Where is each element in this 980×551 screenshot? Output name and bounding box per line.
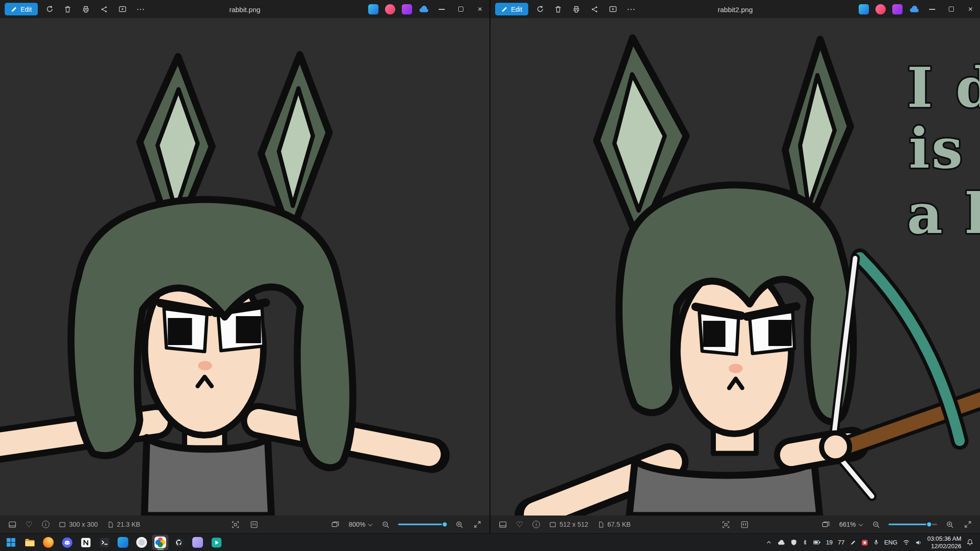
tray-onedrive-button[interactable] bbox=[777, 540, 785, 545]
file-explorer-button[interactable] bbox=[21, 535, 38, 550]
close-button[interactable]: × bbox=[961, 0, 980, 18]
slideshow-button[interactable] bbox=[604, 2, 621, 16]
dimensions-icon bbox=[59, 521, 66, 528]
gallery-toggle-button[interactable] bbox=[817, 517, 834, 531]
maximize-button[interactable] bbox=[451, 0, 470, 18]
zoom-in-button[interactable] bbox=[941, 517, 958, 531]
titlebar-2[interactable]: Edit ⋯ rab bbox=[490, 0, 980, 18]
tray-battery-button[interactable] bbox=[813, 539, 821, 545]
share-button[interactable] bbox=[586, 2, 603, 16]
rotate-button[interactable] bbox=[532, 2, 548, 16]
tray-pen-button[interactable] bbox=[850, 539, 856, 546]
close-button[interactable]: × bbox=[470, 0, 490, 18]
tray-bluetooth-button[interactable] bbox=[802, 539, 808, 546]
terminal-button[interactable] bbox=[96, 535, 112, 550]
filmstrip-toggle-button[interactable] bbox=[4, 517, 21, 531]
favorite-button[interactable]: ♡ bbox=[511, 517, 528, 531]
rotate-button[interactable] bbox=[41, 2, 58, 16]
slideshow-icon bbox=[609, 5, 617, 13]
gallery-toggle-button[interactable] bbox=[327, 517, 343, 531]
tray-network-button[interactable] bbox=[903, 539, 910, 545]
info-button[interactable]: i bbox=[528, 517, 545, 531]
info-button[interactable]: i bbox=[37, 517, 54, 531]
share-icon bbox=[100, 6, 108, 13]
tray-chevron-button[interactable] bbox=[765, 539, 772, 546]
zoom-level-select[interactable]: 800% bbox=[345, 517, 376, 531]
zoom-fit-button[interactable] bbox=[718, 517, 735, 531]
filmstrip-toggle-button[interactable] bbox=[494, 517, 511, 531]
notion-button[interactable] bbox=[77, 535, 94, 550]
actual-size-button[interactable] bbox=[736, 517, 753, 531]
artwork-text-line-1: I d bbox=[907, 55, 980, 120]
tray-counter-a[interactable]: 19 bbox=[826, 539, 833, 546]
photo-canvas-1[interactable] bbox=[0, 18, 490, 516]
taskbar-app-icons bbox=[3, 535, 224, 550]
tray-volume-button[interactable] bbox=[915, 539, 922, 546]
zoom-in-button[interactable] bbox=[451, 517, 468, 531]
designer-app-button[interactable] bbox=[365, 2, 382, 16]
tray-counter-b[interactable]: 77 bbox=[838, 539, 844, 546]
wifi-icon bbox=[903, 539, 910, 545]
photo-canvas-2[interactable]: I d is a b bbox=[490, 18, 980, 516]
blue-app-button[interactable] bbox=[115, 535, 131, 550]
zoom-out-button[interactable] bbox=[377, 517, 394, 531]
photos-app-button[interactable] bbox=[152, 535, 168, 550]
gallery-icon bbox=[331, 521, 339, 529]
purple-app-button[interactable] bbox=[399, 2, 415, 16]
minimize-button[interactable] bbox=[432, 0, 451, 18]
zoom-slider[interactable] bbox=[889, 520, 937, 529]
slideshow-button[interactable] bbox=[114, 2, 131, 16]
onedrive-button[interactable] bbox=[415, 2, 432, 16]
zoom-out-button[interactable] bbox=[868, 517, 884, 531]
tray-clock[interactable]: 03:05:36 AM 12/02/2026 bbox=[927, 535, 961, 550]
fullscreen-icon bbox=[474, 521, 481, 528]
zoom-slider-fill bbox=[398, 524, 445, 525]
actual-size-button[interactable] bbox=[246, 517, 263, 531]
tray-record-button[interactable] bbox=[861, 539, 868, 546]
notion-icon bbox=[80, 537, 91, 548]
clipchamp-app-button[interactable] bbox=[382, 2, 399, 16]
tray-mic-button[interactable] bbox=[873, 539, 879, 546]
favorite-button[interactable]: ♡ bbox=[21, 517, 37, 531]
delete-button[interactable] bbox=[59, 2, 76, 16]
file-explorer-icon bbox=[24, 537, 35, 548]
github-button[interactable] bbox=[171, 535, 187, 550]
pencil-icon bbox=[501, 6, 508, 13]
zoom-level-select[interactable]: 661% bbox=[835, 517, 866, 531]
discord-icon bbox=[62, 537, 73, 548]
tray-security-button[interactable] bbox=[791, 539, 797, 546]
fullscreen-button[interactable] bbox=[469, 517, 486, 531]
designer-app-button[interactable] bbox=[855, 2, 872, 16]
purple-taskbar-app-button[interactable] bbox=[189, 535, 206, 550]
image-dimensions: 300 x 300 bbox=[59, 521, 98, 528]
clipchamp-app-button[interactable] bbox=[872, 2, 889, 16]
zoom-slider-handle[interactable] bbox=[926, 522, 932, 528]
windows-row: Edit ⋯ rab bbox=[0, 0, 980, 533]
edit-button[interactable]: Edit bbox=[495, 3, 528, 15]
zoom-slider-handle[interactable] bbox=[441, 522, 448, 528]
zoom-fit-button[interactable] bbox=[227, 517, 244, 531]
print-button[interactable] bbox=[568, 2, 585, 16]
fullscreen-button[interactable] bbox=[959, 517, 976, 531]
onedrive-button[interactable] bbox=[906, 2, 923, 16]
notification-bell-button[interactable] bbox=[966, 539, 973, 546]
maximize-button[interactable] bbox=[942, 0, 961, 18]
start-button[interactable] bbox=[3, 535, 19, 550]
more-button[interactable]: ⋯ bbox=[132, 2, 149, 16]
purple-app-button[interactable] bbox=[889, 2, 906, 16]
media-app-button[interactable] bbox=[208, 535, 224, 550]
tray-language[interactable]: ENG bbox=[884, 539, 897, 546]
share-button[interactable] bbox=[96, 2, 112, 16]
minimize-button[interactable] bbox=[923, 0, 942, 18]
photos-window-2: Edit ⋯ rab bbox=[490, 0, 980, 533]
titlebar-1[interactable]: Edit ⋯ rab bbox=[0, 0, 490, 18]
discord-button[interactable] bbox=[59, 535, 75, 550]
more-button[interactable]: ⋯ bbox=[623, 2, 639, 16]
zoom-slider[interactable] bbox=[398, 520, 447, 529]
firefox-button[interactable] bbox=[40, 535, 56, 550]
edit-button[interactable]: Edit bbox=[5, 3, 38, 15]
print-button[interactable] bbox=[77, 2, 94, 16]
filesize-value: 21.3 KB bbox=[117, 521, 140, 528]
delete-button[interactable] bbox=[550, 2, 567, 16]
light-app-button[interactable] bbox=[133, 535, 150, 550]
